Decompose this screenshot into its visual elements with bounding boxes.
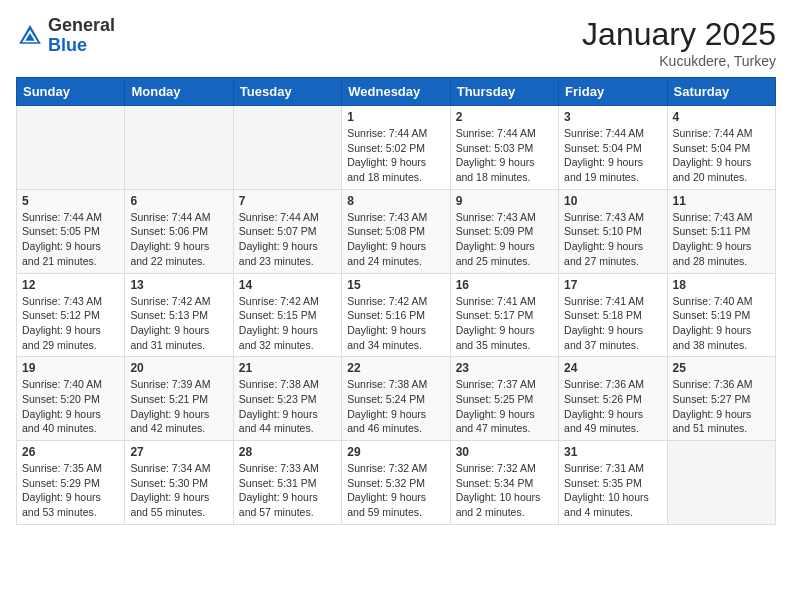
day-content: Sunrise: 7:44 AM Sunset: 5:06 PM Dayligh… [130, 210, 227, 269]
weekday-header-monday: Monday [125, 78, 233, 106]
day-number: 19 [22, 361, 119, 375]
day-content: Sunrise: 7:44 AM Sunset: 5:03 PM Dayligh… [456, 126, 553, 185]
calendar-cell: 22Sunrise: 7:38 AM Sunset: 5:24 PM Dayli… [342, 357, 450, 441]
day-number: 4 [673, 110, 770, 124]
day-number: 24 [564, 361, 661, 375]
title-block: January 2025 Kucukdere, Turkey [582, 16, 776, 69]
day-number: 28 [239, 445, 336, 459]
day-content: Sunrise: 7:42 AM Sunset: 5:13 PM Dayligh… [130, 294, 227, 353]
calendar-cell [233, 106, 341, 190]
calendar-cell: 19Sunrise: 7:40 AM Sunset: 5:20 PM Dayli… [17, 357, 125, 441]
calendar-cell: 20Sunrise: 7:39 AM Sunset: 5:21 PM Dayli… [125, 357, 233, 441]
day-content: Sunrise: 7:40 AM Sunset: 5:19 PM Dayligh… [673, 294, 770, 353]
calendar-cell: 15Sunrise: 7:42 AM Sunset: 5:16 PM Dayli… [342, 273, 450, 357]
day-content: Sunrise: 7:41 AM Sunset: 5:17 PM Dayligh… [456, 294, 553, 353]
day-number: 2 [456, 110, 553, 124]
day-content: Sunrise: 7:42 AM Sunset: 5:15 PM Dayligh… [239, 294, 336, 353]
calendar-cell: 11Sunrise: 7:43 AM Sunset: 5:11 PM Dayli… [667, 189, 775, 273]
day-content: Sunrise: 7:36 AM Sunset: 5:26 PM Dayligh… [564, 377, 661, 436]
weekday-header-wednesday: Wednesday [342, 78, 450, 106]
logo-icon [16, 22, 44, 50]
calendar-cell: 10Sunrise: 7:43 AM Sunset: 5:10 PM Dayli… [559, 189, 667, 273]
day-number: 6 [130, 194, 227, 208]
calendar-cell: 8Sunrise: 7:43 AM Sunset: 5:08 PM Daylig… [342, 189, 450, 273]
day-content: Sunrise: 7:32 AM Sunset: 5:34 PM Dayligh… [456, 461, 553, 520]
calendar-cell: 31Sunrise: 7:31 AM Sunset: 5:35 PM Dayli… [559, 441, 667, 525]
day-number: 11 [673, 194, 770, 208]
calendar-cell: 28Sunrise: 7:33 AM Sunset: 5:31 PM Dayli… [233, 441, 341, 525]
day-number: 21 [239, 361, 336, 375]
day-number: 1 [347, 110, 444, 124]
day-content: Sunrise: 7:43 AM Sunset: 5:09 PM Dayligh… [456, 210, 553, 269]
day-number: 29 [347, 445, 444, 459]
calendar-cell: 17Sunrise: 7:41 AM Sunset: 5:18 PM Dayli… [559, 273, 667, 357]
calendar-week-2: 5Sunrise: 7:44 AM Sunset: 5:05 PM Daylig… [17, 189, 776, 273]
calendar-cell: 3Sunrise: 7:44 AM Sunset: 5:04 PM Daylig… [559, 106, 667, 190]
day-number: 9 [456, 194, 553, 208]
day-number: 26 [22, 445, 119, 459]
logo: General Blue [16, 16, 115, 56]
location: Kucukdere, Turkey [582, 53, 776, 69]
calendar-cell: 24Sunrise: 7:36 AM Sunset: 5:26 PM Dayli… [559, 357, 667, 441]
day-number: 15 [347, 278, 444, 292]
weekday-header-thursday: Thursday [450, 78, 558, 106]
day-number: 12 [22, 278, 119, 292]
day-number: 5 [22, 194, 119, 208]
calendar-cell: 14Sunrise: 7:42 AM Sunset: 5:15 PM Dayli… [233, 273, 341, 357]
page-header: General Blue January 2025 Kucukdere, Tur… [16, 16, 776, 69]
day-content: Sunrise: 7:40 AM Sunset: 5:20 PM Dayligh… [22, 377, 119, 436]
day-content: Sunrise: 7:43 AM Sunset: 5:08 PM Dayligh… [347, 210, 444, 269]
calendar-cell: 30Sunrise: 7:32 AM Sunset: 5:34 PM Dayli… [450, 441, 558, 525]
calendar-cell: 4Sunrise: 7:44 AM Sunset: 5:04 PM Daylig… [667, 106, 775, 190]
day-content: Sunrise: 7:35 AM Sunset: 5:29 PM Dayligh… [22, 461, 119, 520]
weekday-header-saturday: Saturday [667, 78, 775, 106]
day-content: Sunrise: 7:34 AM Sunset: 5:30 PM Dayligh… [130, 461, 227, 520]
calendar-cell [125, 106, 233, 190]
calendar-table: SundayMondayTuesdayWednesdayThursdayFrid… [16, 77, 776, 525]
calendar-cell: 12Sunrise: 7:43 AM Sunset: 5:12 PM Dayli… [17, 273, 125, 357]
day-number: 3 [564, 110, 661, 124]
day-number: 16 [456, 278, 553, 292]
day-content: Sunrise: 7:44 AM Sunset: 5:04 PM Dayligh… [673, 126, 770, 185]
weekday-header-friday: Friday [559, 78, 667, 106]
logo-blue: Blue [48, 36, 115, 56]
day-number: 13 [130, 278, 227, 292]
calendar-cell: 23Sunrise: 7:37 AM Sunset: 5:25 PM Dayli… [450, 357, 558, 441]
calendar-week-5: 26Sunrise: 7:35 AM Sunset: 5:29 PM Dayli… [17, 441, 776, 525]
day-number: 14 [239, 278, 336, 292]
day-content: Sunrise: 7:39 AM Sunset: 5:21 PM Dayligh… [130, 377, 227, 436]
day-content: Sunrise: 7:44 AM Sunset: 5:04 PM Dayligh… [564, 126, 661, 185]
weekday-header-tuesday: Tuesday [233, 78, 341, 106]
calendar-cell: 21Sunrise: 7:38 AM Sunset: 5:23 PM Dayli… [233, 357, 341, 441]
calendar-cell: 2Sunrise: 7:44 AM Sunset: 5:03 PM Daylig… [450, 106, 558, 190]
day-number: 23 [456, 361, 553, 375]
calendar-cell: 13Sunrise: 7:42 AM Sunset: 5:13 PM Dayli… [125, 273, 233, 357]
day-content: Sunrise: 7:43 AM Sunset: 5:10 PM Dayligh… [564, 210, 661, 269]
calendar-week-4: 19Sunrise: 7:40 AM Sunset: 5:20 PM Dayli… [17, 357, 776, 441]
logo-general: General [48, 16, 115, 36]
day-content: Sunrise: 7:31 AM Sunset: 5:35 PM Dayligh… [564, 461, 661, 520]
day-number: 20 [130, 361, 227, 375]
weekday-header-sunday: Sunday [17, 78, 125, 106]
calendar-week-1: 1Sunrise: 7:44 AM Sunset: 5:02 PM Daylig… [17, 106, 776, 190]
day-content: Sunrise: 7:44 AM Sunset: 5:02 PM Dayligh… [347, 126, 444, 185]
calendar-cell: 26Sunrise: 7:35 AM Sunset: 5:29 PM Dayli… [17, 441, 125, 525]
calendar-week-3: 12Sunrise: 7:43 AM Sunset: 5:12 PM Dayli… [17, 273, 776, 357]
day-content: Sunrise: 7:38 AM Sunset: 5:23 PM Dayligh… [239, 377, 336, 436]
calendar-cell [667, 441, 775, 525]
day-content: Sunrise: 7:37 AM Sunset: 5:25 PM Dayligh… [456, 377, 553, 436]
day-content: Sunrise: 7:33 AM Sunset: 5:31 PM Dayligh… [239, 461, 336, 520]
day-content: Sunrise: 7:32 AM Sunset: 5:32 PM Dayligh… [347, 461, 444, 520]
day-content: Sunrise: 7:42 AM Sunset: 5:16 PM Dayligh… [347, 294, 444, 353]
calendar-cell: 18Sunrise: 7:40 AM Sunset: 5:19 PM Dayli… [667, 273, 775, 357]
day-number: 30 [456, 445, 553, 459]
calendar-cell [17, 106, 125, 190]
calendar-cell: 29Sunrise: 7:32 AM Sunset: 5:32 PM Dayli… [342, 441, 450, 525]
calendar-cell: 27Sunrise: 7:34 AM Sunset: 5:30 PM Dayli… [125, 441, 233, 525]
day-number: 27 [130, 445, 227, 459]
day-content: Sunrise: 7:43 AM Sunset: 5:12 PM Dayligh… [22, 294, 119, 353]
day-number: 22 [347, 361, 444, 375]
calendar-cell: 5Sunrise: 7:44 AM Sunset: 5:05 PM Daylig… [17, 189, 125, 273]
calendar-cell: 16Sunrise: 7:41 AM Sunset: 5:17 PM Dayli… [450, 273, 558, 357]
day-number: 25 [673, 361, 770, 375]
